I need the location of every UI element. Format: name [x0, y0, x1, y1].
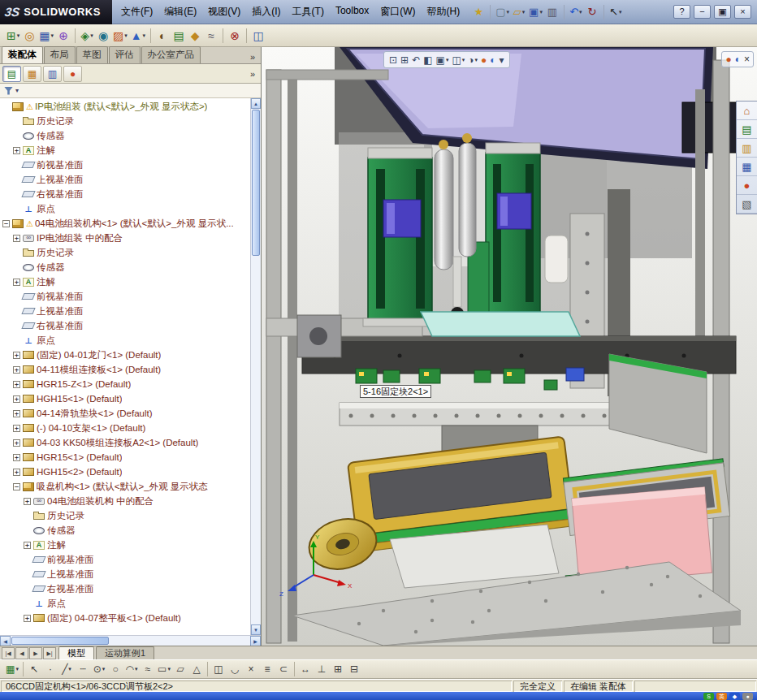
dropdown-caret-icon[interactable]: ▾	[539, 9, 543, 15]
reference-geometry-icon[interactable]: ▲▾	[129, 26, 147, 45]
smart-fasteners-icon[interactable]: ⊕	[55, 26, 71, 45]
circle-tool-icon[interactable]: ⊙▾	[91, 661, 107, 677]
expand-toggle[interactable]: +	[13, 381, 20, 388]
new-document-icon[interactable]: ▢▾	[494, 3, 511, 21]
close-button[interactable]: ×	[734, 5, 751, 19]
polygon-tool-icon[interactable]: △	[188, 661, 205, 677]
vertical-module-right[interactable]	[486, 143, 540, 313]
point-tool-icon[interactable]: ·	[42, 661, 58, 677]
select-tool-icon[interactable]: ↖	[26, 661, 42, 677]
vertical-module-left[interactable]	[363, 148, 437, 326]
menu-view[interactable]: 视图(V)	[202, 2, 246, 21]
tree-item[interactable]: 传感器	[0, 260, 250, 274]
expand-toggle[interactable]: +	[24, 498, 31, 505]
tree-item[interactable]: +04-11模组连接板<1> (Default)	[0, 362, 250, 377]
menu-tools[interactable]: 工具(T)	[287, 2, 330, 21]
dropdown-caret-icon[interactable]: ▾	[102, 666, 106, 672]
tree-item[interactable]: 历史记录	[0, 508, 250, 523]
mate-icon[interactable]: ◎	[21, 26, 37, 45]
tree-item[interactable]: 原点	[0, 201, 250, 216]
tree-item[interactable]: +注解	[0, 143, 250, 158]
tabs-overflow-chevron[interactable]: »	[246, 52, 259, 63]
expand-toggle[interactable]: +	[13, 454, 20, 461]
dropdown-caret-icon[interactable]: ▾	[475, 57, 478, 63]
expand-toggle[interactable]: +	[13, 395, 20, 403]
expand-toggle[interactable]: +	[24, 615, 31, 622]
filter-caret-icon[interactable]: ▾	[15, 87, 19, 94]
open-icon[interactable]: ▱▾	[511, 3, 527, 21]
move-component-icon[interactable]: ◈▾	[79, 26, 95, 45]
menu-help[interactable]: 帮助(H)	[422, 2, 466, 21]
view-palette-icon[interactable]: ▦	[737, 158, 757, 176]
expand-toggle[interactable]: −	[13, 483, 20, 490]
display-style-icon[interactable]: ◫▾	[452, 55, 465, 65]
quick-snaps-icon[interactable]: ⊟	[346, 661, 362, 677]
expand-toggle[interactable]: +	[13, 410, 20, 417]
dropdown-caret-icon[interactable]: ▾	[17, 32, 20, 39]
assembly-features-icon[interactable]: ▨▾	[111, 26, 129, 45]
tree-vscrollbar[interactable]: ▲ ▼	[250, 98, 261, 635]
hscroll-thumb[interactable]	[11, 637, 109, 645]
spline-tool-icon[interactable]: ≈	[140, 661, 156, 677]
expand-toggle[interactable]: +	[13, 279, 20, 286]
menu-edit[interactable]: 编辑(E)	[158, 2, 202, 21]
tab-office-products[interactable]: 办公室产品	[141, 46, 201, 63]
fillet-tool-icon[interactable]: ◡	[227, 661, 243, 677]
add-relation-icon[interactable]: ⊥	[314, 661, 330, 677]
dropdown-caret-icon[interactable]: ▾	[68, 666, 71, 672]
tab-motion-study-1[interactable]: 运动算例1	[96, 646, 154, 659]
custom-properties-icon[interactable]: ▧	[737, 195, 757, 214]
explode-line-sketch-icon[interactable]: ≈	[203, 26, 219, 45]
tree-item[interactable]: 上视基准面	[0, 172, 250, 187]
last-tab-button[interactable]: ▶|	[43, 647, 56, 659]
tree-item[interactable]: +04-03 KK50模组连接板A2<1> (Default)	[0, 435, 250, 450]
select-icon[interactable]: ↖▾	[608, 3, 624, 21]
dropdown-caret-icon[interactable]: ▾	[522, 9, 526, 15]
vscroll-track[interactable]	[251, 257, 261, 624]
centerline-tool-icon[interactable]: ┄	[75, 661, 91, 677]
zoom-fit-icon[interactable]: ⊡	[389, 55, 397, 65]
dropdown-caret-icon[interactable]: ▾	[124, 32, 128, 39]
expand-toggle[interactable]: +	[13, 235, 20, 242]
tab-sketch[interactable]: 草图	[76, 46, 108, 63]
tree-item[interactable]: 前视基准面	[0, 552, 250, 567]
insert-components-icon[interactable]: ⊞▾	[5, 26, 21, 45]
expand-toggle[interactable]: +	[24, 542, 31, 549]
hide-show-items-icon[interactable]: ◑▾	[468, 55, 478, 65]
tree-item[interactable]: 右视基准面	[0, 187, 250, 201]
rebuild-icon[interactable]: ↻	[584, 3, 600, 21]
window-select-icon[interactable]: ◫	[250, 26, 266, 45]
dropdown-caret-icon[interactable]: ▾	[15, 666, 19, 672]
dropdown-caret-icon[interactable]: ▾	[619, 9, 622, 15]
tree-item[interactable]: 原点	[0, 333, 250, 348]
tab-assembly[interactable]: 装配体	[2, 46, 43, 63]
graphics-viewport[interactable]: X Y Z ⊡⊞↶◧▣▾◫▾◑▾●◐▾ ●◐× 5-16固定块2<1> ⌂▤▥▦…	[262, 47, 757, 646]
interference-detection-icon[interactable]: ⊗	[227, 26, 243, 45]
scene-svg[interactable]: X Y Z	[262, 47, 757, 646]
tree-item[interactable]: 历史记录	[0, 245, 250, 260]
mirror-entities-icon[interactable]: ◫	[210, 661, 227, 677]
undo-icon[interactable]: ↶▾	[568, 3, 584, 21]
dropdown-caret-icon[interactable]: ▾	[135, 666, 138, 672]
prev-tab-button[interactable]: ◀	[15, 647, 28, 659]
dropdown-caret-icon[interactable]: ▾	[579, 9, 582, 15]
bill-of-materials-icon[interactable]: ▤	[171, 26, 187, 45]
apply-scene-icon[interactable]: ◐	[490, 55, 495, 65]
scroll-down-arrow[interactable]: ▼	[251, 624, 261, 635]
tree-item[interactable]: +04-14滑轨垫块<1> (Default)	[0, 406, 250, 421]
tree-item[interactable]: +注解	[0, 538, 250, 552]
view-orientation-icon[interactable]: ▣▾	[436, 55, 449, 65]
feature-manager-icon[interactable]: ▤	[2, 66, 21, 82]
tree-item[interactable]: 传感器	[0, 523, 250, 538]
menu-file[interactable]: 文件(F)	[115, 2, 158, 21]
minimize-button[interactable]: −	[694, 5, 711, 19]
dropdown-caret-icon[interactable]: ▾	[462, 57, 465, 63]
previous-view-icon[interactable]: ↶	[412, 55, 420, 65]
line-tool-icon[interactable]: ╱▾	[58, 661, 75, 677]
parallelogram-tool-icon[interactable]: ▱	[172, 661, 188, 677]
tab-model[interactable]: 模型	[58, 646, 94, 659]
menu-toolbox[interactable]: Toolbox	[330, 2, 374, 21]
tree-item[interactable]: +HGR15<1> (Default)	[0, 450, 250, 465]
trim-entities-icon[interactable]: ×	[243, 661, 259, 677]
windows-taskbar[interactable]: S英◆●	[0, 692, 757, 700]
